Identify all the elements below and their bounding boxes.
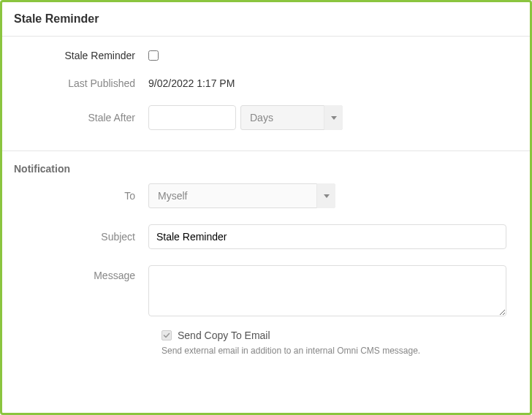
label-stale-after: Stale After (14, 112, 148, 123)
panel-title: Stale Reminder (14, 12, 518, 26)
send-copy-checkbox[interactable] (162, 330, 172, 340)
row-to: To Myself (14, 183, 518, 208)
send-copy-label: Send Copy To Email (178, 330, 270, 341)
stale-reminder-checkbox[interactable] (148, 50, 159, 61)
checkmark-icon (163, 332, 170, 339)
row-subject: Subject (14, 224, 518, 249)
stale-after-unit-select[interactable]: Days (240, 105, 343, 130)
label-stale-reminder: Stale Reminder (14, 50, 148, 61)
to-value: Myself (158, 190, 187, 202)
send-copy-help: Send external email in addition to an in… (162, 346, 518, 356)
subject-input[interactable] (148, 224, 506, 249)
panel-header: Stale Reminder (2, 2, 530, 37)
label-subject: Subject (14, 231, 148, 243)
label-message: Message (14, 265, 148, 281)
row-stale-reminder: Stale Reminder (14, 50, 518, 61)
stale-section: Stale Reminder Last Published 9/02/2022 … (2, 37, 530, 151)
label-last-published: Last Published (14, 77, 148, 89)
send-copy-block: Send Copy To Email Send external email i… (162, 330, 518, 356)
message-textarea[interactable] (148, 265, 506, 316)
to-select[interactable]: Myself (148, 183, 335, 208)
stale-after-unit-value: Days (250, 112, 273, 123)
last-published-value: 9/02/2022 1:17 PM (148, 77, 235, 89)
notification-heading: Notification (2, 151, 530, 183)
row-message: Message (14, 265, 518, 316)
stale-after-input[interactable] (148, 105, 236, 130)
row-last-published: Last Published 9/02/2022 1:17 PM (14, 77, 518, 89)
row-stale-after: Stale After Days (14, 105, 518, 130)
notification-section: To Myself Subject Message (2, 183, 530, 373)
stale-reminder-panel: Stale Reminder Stale Reminder Last Publi… (0, 0, 532, 415)
label-to: To (14, 190, 148, 202)
